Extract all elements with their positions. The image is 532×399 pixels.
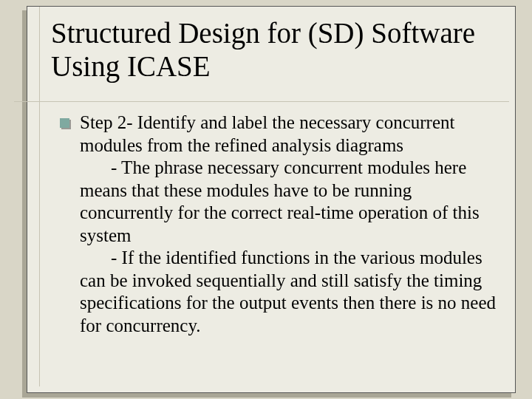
vertical-rule — [39, 7, 40, 386]
bullet-sub-text-1: - The phrase necessary concurrent module… — [80, 157, 497, 247]
square-bullet-icon — [60, 118, 69, 128]
slide-frame: Structured Design for (SD) Software Usin… — [27, 6, 516, 393]
bullet-text-block: Step 2- Identify and label the necessary… — [80, 112, 497, 337]
bullet-item: Step 2- Identify and label the necessary… — [60, 112, 497, 337]
slide-title: Structured Design for (SD) Software Usin… — [27, 7, 515, 88]
slide-body: Step 2- Identify and label the necessary… — [60, 112, 497, 337]
bullet-main-text: Step 2- Identify and label the necessary… — [80, 112, 454, 155]
bullet-sub-text-2: - If the identified functions in the var… — [80, 247, 497, 337]
horizontal-rule — [14, 101, 509, 102]
